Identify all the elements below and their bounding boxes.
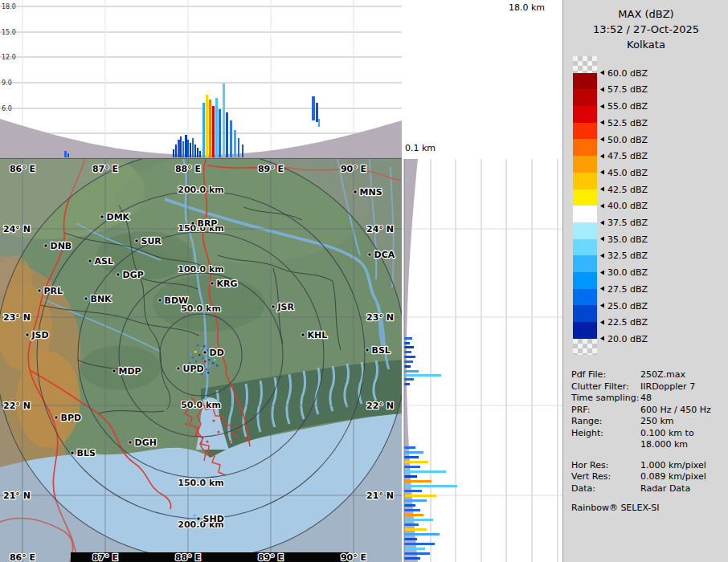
- legend-value-text: 35.0 dBZ: [607, 234, 648, 244]
- echo-bar: [404, 446, 415, 449]
- city-label: JSR: [277, 302, 295, 312]
- city-marker-dot: [272, 305, 275, 308]
- longitude-label: 87° E: [92, 552, 118, 562]
- longitude-label: 90° E: [341, 164, 366, 174]
- echo-dot: [194, 515, 195, 516]
- latitude-label: 21° N: [3, 491, 31, 501]
- city-marker-dot: [38, 289, 41, 292]
- echo-bar: [173, 149, 174, 157]
- legend-value-label: 37.5 dBZ: [600, 218, 648, 228]
- city-label: BPD: [61, 413, 82, 423]
- info-key: Height:: [571, 428, 640, 451]
- legend-value-text: 27.5 dBZ: [607, 283, 648, 294]
- echo-dot: [212, 362, 214, 364]
- legend-tick-arrow-icon: [600, 153, 604, 158]
- legend-value-label: 57.5 dBZ: [600, 84, 648, 95]
- echo-bar: [316, 103, 318, 122]
- side-profile-plot: [402, 159, 562, 562]
- info-key: Pdf File:: [571, 369, 640, 381]
- legend-value-text: 25.0 dBZ: [607, 300, 648, 311]
- brand-line: Rainbow® SELEX-SI: [571, 503, 722, 515]
- side-axis-min-label: 0.1 km: [405, 143, 436, 153]
- top-height-profile-panel: 18.015.012.09.06.0: [0, 0, 402, 159]
- info-key: Clutter Filter:: [571, 381, 640, 393]
- info-value: 48: [640, 393, 722, 405]
- city-label: DD: [210, 348, 224, 358]
- range-ring-label: 100.0 km: [178, 264, 223, 275]
- echo-bar: [404, 370, 419, 373]
- echo-dot: [200, 348, 202, 349]
- echo-bar: [209, 100, 211, 157]
- side-axis-max-label: 18.0 km: [509, 2, 545, 13]
- echo-bar: [404, 365, 411, 368]
- echo-dot: [195, 360, 197, 362]
- echo-bar: [215, 98, 218, 157]
- city-marker-dot: [129, 441, 132, 444]
- city-label: BLS: [77, 448, 96, 458]
- info-key: Hor Res:: [571, 460, 640, 472]
- city-marker-dot: [366, 348, 369, 352]
- echo-bar: [202, 103, 205, 157]
- city-marker-dot: [197, 517, 200, 520]
- echo-bar: [404, 374, 441, 377]
- legend-labels: 60.0 dBZ57.5 dBZ55.0 dBZ52.5 dBZ50.0 dBZ…: [563, 56, 728, 361]
- longitude-label: 88° E: [175, 552, 201, 562]
- legend-value-label: 47.5 dBZ: [600, 151, 648, 161]
- echo-bar: [404, 552, 430, 555]
- echo-bar: [404, 466, 420, 468]
- echo-bar: [242, 145, 243, 157]
- legend-title-block: MAX (dBZ) 13:52 / 27-Oct-2025 Kolkata: [563, 6, 728, 52]
- echo-dot: [214, 359, 215, 360]
- city-marker-dot: [26, 333, 29, 336]
- top-profile-plot: 18.015.012.09.06.0: [0, 0, 402, 159]
- city-label: SHD: [203, 514, 224, 524]
- side-height-profile-panel: [402, 159, 562, 562]
- echo-bar: [190, 143, 191, 157]
- echo-bar: [404, 509, 420, 511]
- info-value: 0.089 km/pixel: [640, 471, 722, 483]
- city-label: DGH: [135, 438, 157, 448]
- city-label: ASL: [95, 256, 113, 267]
- info-row: PRF:600 Hz / 450 Hz: [571, 405, 722, 417]
- legend-value-text: 42.5 dBZ: [607, 184, 648, 194]
- info-value: 250 km: [640, 416, 722, 428]
- echo-bar: [223, 83, 225, 157]
- echo-bar: [230, 120, 232, 157]
- legend-tick-arrow-icon: [600, 320, 604, 324]
- info-row: Time sampling:48: [571, 393, 722, 405]
- info-row: Hor Res:1.000 km/pixel: [571, 460, 722, 472]
- city-marker-dot: [203, 351, 207, 354]
- latitude-label: 23° N: [3, 312, 31, 323]
- city-marker-dot: [55, 416, 58, 419]
- echo-dot: [209, 365, 211, 367]
- echo-bar: [192, 138, 194, 157]
- legend-tick-arrow-icon: [600, 270, 604, 275]
- echo-bar: [404, 495, 436, 497]
- height-tick-labels: 18.015.012.09.06.0: [2, 3, 16, 112]
- legend-tick-arrow-icon: [600, 104, 604, 108]
- info-key: PRF:: [571, 405, 640, 417]
- city-marker-dot: [71, 451, 74, 454]
- echo-bar: [197, 148, 198, 157]
- echo-bar: [404, 499, 427, 502]
- city-marker-dot: [135, 239, 138, 242]
- range-ring-label: 200.0 km: [178, 185, 223, 195]
- legend-tick-arrow-icon: [600, 287, 604, 291]
- legend-value-text: 20.0 dBZ: [607, 333, 648, 344]
- legend-value-text: 55.0 dBZ: [607, 101, 648, 112]
- echo-dot: [198, 354, 200, 356]
- radar-map-panel: 86° E86° E87° E87° E88° E88° E89° E89° E…: [0, 159, 402, 562]
- longitude-label: 87° E: [92, 164, 118, 174]
- city-label: MNS: [360, 187, 382, 198]
- legend-tick-arrow-icon: [600, 187, 604, 192]
- legend-tick-arrow-icon: [600, 120, 604, 125]
- echo-dot: [208, 359, 210, 360]
- city-marker-dot: [117, 273, 120, 276]
- legend-value-label: 35.0 dBZ: [600, 234, 648, 244]
- echo-bar: [404, 378, 414, 381]
- info-value: 250Z.max: [640, 369, 722, 381]
- scan-info-block: Pdf File:250Z.maxClutter Filter:IIRDoppl…: [571, 369, 722, 515]
- echo-bar: [64, 151, 67, 157]
- height-tick-label: 15.0: [2, 29, 16, 36]
- radar-map: 86° E86° E87° E87° E88° E88° E89° E89° E…: [0, 159, 402, 562]
